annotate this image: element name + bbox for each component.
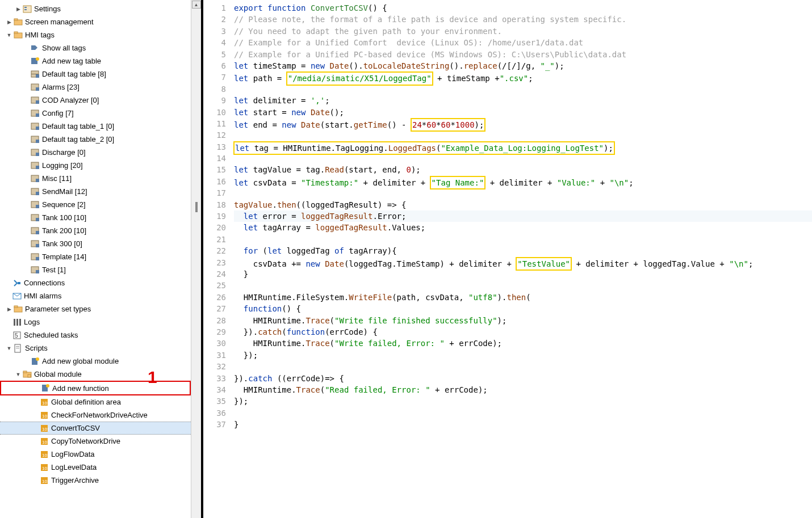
tree-template[interactable]: Template [14] (0, 250, 191, 263)
code-line[interactable]: let tagValue = tag.Read(start, end, 0); (234, 164, 812, 175)
code-line[interactable]: let path = "/media/simatic/X51/LoggedTag… (234, 71, 812, 83)
tree-add-new-function[interactable]: Add new function (0, 381, 191, 395)
tree-show-all-tags[interactable]: Show all tags (0, 41, 191, 54)
code-line[interactable] (234, 83, 812, 95)
caret-expanded-icon[interactable]: ▼ (15, 372, 22, 377)
caret-collapsed-icon[interactable]: ▶ (15, 6, 22, 12)
code-line[interactable] (234, 407, 812, 419)
tree-test[interactable]: Test [1] (0, 263, 191, 276)
code-line[interactable] (234, 187, 812, 199)
tree-config[interactable]: Config [7] (0, 107, 191, 120)
scheduled-icon: 5 (12, 331, 22, 340)
tree-check-network-drive[interactable]: 101CheckForNetworkDriveActive (0, 408, 191, 422)
alarms-icon (12, 292, 22, 301)
code-line[interactable]: let start = new Date(); (234, 107, 812, 118)
tree-tank200[interactable]: Tank 200 [10] (0, 224, 191, 237)
tree-tank300[interactable]: Tank 300 [0] (0, 237, 191, 250)
code-line[interactable]: HMIRuntime.Trace("Write file finished su… (234, 315, 812, 326)
code-line[interactable]: function() { (234, 303, 812, 314)
app-root: ▶ Settings ▶ Screen management ▼ HMI tag… (0, 0, 812, 518)
svg-rect-47 (16, 319, 18, 326)
code-editor[interactable]: 1234567891011121314151617181920212223242… (203, 0, 812, 518)
svg-rect-41 (36, 270, 39, 273)
tag-table-icon (31, 252, 40, 262)
code-line[interactable]: } (234, 419, 812, 430)
tree-hmi-tags[interactable]: ▼ HMI tags (0, 28, 191, 41)
tree-trigger-archive[interactable]: 101TriggerArchive (0, 474, 191, 487)
svg-rect-37 (36, 244, 39, 247)
tree-label: HMI tags (25, 31, 55, 39)
script-fn-icon: 101 (40, 476, 49, 485)
code-line[interactable]: } (234, 268, 812, 280)
tree-settings[interactable]: ▶ Settings (0, 2, 191, 15)
code-line[interactable]: for (let loggedTag of tagArray){ (234, 245, 812, 256)
project-tree[interactable]: ▶ Settings ▶ Screen management ▼ HMI tag… (0, 0, 191, 518)
tree-alarms[interactable]: Alarms [23] (0, 81, 191, 94)
svg-rect-35 (36, 231, 39, 234)
tree-hmi-alarms[interactable]: HMI alarms (0, 289, 191, 302)
tree-dtt1[interactable]: Default tag table_1 [0] (0, 120, 191, 133)
tree-dtt2[interactable]: Default tag table_2 [0] (0, 133, 191, 146)
code-line[interactable] (234, 234, 812, 245)
tree-log-level-data[interactable]: 101LogLevelData (0, 461, 191, 474)
tree-misc[interactable]: Misc [11] (0, 172, 191, 185)
tree-sendmail[interactable]: SendMail [12] (0, 185, 191, 198)
caret-collapsed-icon[interactable]: ▶ (6, 19, 12, 25)
caret-expanded-icon[interactable]: ▼ (6, 32, 12, 38)
tree-label: Default tag table_2 [0] (42, 135, 114, 144)
tree-connections[interactable]: Connections (0, 276, 191, 289)
code-line[interactable]: let end = new Date(start.getTime() - 24*… (234, 118, 812, 129)
code-line[interactable]: export function ConvertToCSV() { (234, 2, 812, 14)
code-line[interactable]: csvData += new Date(loggedTag.TimeStamp)… (234, 257, 812, 268)
code-line[interactable]: let delimiter = ','; (234, 95, 812, 106)
tree-default-tag-table[interactable]: Default tag table [8] (0, 68, 191, 81)
tree-cod-analyzer[interactable]: COD Analyzer [0] (0, 94, 191, 107)
code-line[interactable]: HMIRuntime.Trace("Read failed, Error: " … (234, 384, 812, 395)
code-line[interactable]: let timeStamp = new Date().toLocaleDateS… (234, 60, 812, 71)
code-line[interactable]: // Example for a Unified PC-based device… (234, 49, 812, 60)
code-line[interactable]: let tag = HMIRuntime.TagLogging.LoggedTa… (234, 141, 812, 153)
tree-logs[interactable]: Logs (0, 315, 191, 329)
line-number: 13 (203, 141, 226, 153)
tree-screen-management[interactable]: ▶ Screen management (0, 15, 191, 28)
code-line[interactable]: }); (234, 395, 812, 407)
caret-expanded-icon[interactable]: ▼ (6, 346, 12, 351)
code-line[interactable]: }); (234, 349, 812, 361)
tree-add-tag-table[interactable]: Add new tag table (0, 54, 191, 68)
tree-copy-to-network-drive[interactable]: 101CopyToNetworkDrive (0, 435, 191, 448)
code-line[interactable] (234, 280, 812, 291)
code-line[interactable]: }).catch ((errCode)=> { (234, 373, 812, 384)
tag-table-icon (31, 148, 40, 157)
tree-tank100[interactable]: Tank 100 [10] (0, 211, 191, 224)
code-line[interactable]: HMIRuntime.FileSystem.WriteFile(path, cs… (234, 292, 812, 303)
tree-scrollbar[interactable]: ▲ (191, 0, 201, 518)
code-line[interactable]: // You need to adapt the given path to y… (234, 26, 812, 37)
code-line[interactable]: // Please note, the format of a file pat… (234, 14, 812, 25)
tree-global-definition-area[interactable]: 101Global definition area (0, 395, 191, 408)
caret-collapsed-icon[interactable]: ▶ (6, 306, 12, 312)
code-line[interactable]: // Example for a Unified Comfort device … (234, 37, 812, 48)
scroll-grip-icon[interactable] (195, 202, 198, 212)
tree-convert-to-csv[interactable]: 101ConvertToCSV (0, 422, 191, 435)
tree-sequence[interactable]: Sequence [2] (0, 198, 191, 211)
code-line[interactable]: }).catch(function(errCode) { (234, 326, 812, 338)
code-line[interactable] (234, 153, 812, 164)
code-line[interactable] (234, 361, 812, 372)
code-line[interactable]: tagValue.then((loggedTagResult) => { (234, 199, 812, 210)
tree-parameter-set-types[interactable]: ▶Parameter set types (0, 302, 191, 315)
code-area[interactable]: export function ConvertToCSV() {// Pleas… (232, 2, 812, 518)
tree-global-module[interactable]: ▼Global module (0, 368, 191, 381)
code-line[interactable]: let error = loggedTagResult.Error; (234, 210, 812, 222)
code-line[interactable]: let csvData = "Timestamp:" + delimiter +… (234, 176, 812, 187)
tree-log-flow-data[interactable]: 101LogFlowData (0, 448, 191, 461)
tree-label: Logging [20] (42, 161, 83, 170)
tree-scripts[interactable]: ▼Scripts (0, 342, 191, 355)
tree-add-global-module[interactable]: Add new global module (0, 355, 191, 368)
tree-discharge[interactable]: Discharge [0] (0, 146, 191, 159)
code-line[interactable] (234, 129, 812, 141)
tree-scheduled-tasks[interactable]: 5Scheduled tasks (0, 329, 191, 342)
code-line[interactable]: let tagArray = loggedTagResult.Values; (234, 222, 812, 233)
tree-logging[interactable]: Logging [20] (0, 159, 191, 172)
scroll-up-button[interactable]: ▲ (192, 1, 201, 9)
code-line[interactable]: HMIRuntime.Trace("Write failed, Error: "… (234, 338, 812, 349)
